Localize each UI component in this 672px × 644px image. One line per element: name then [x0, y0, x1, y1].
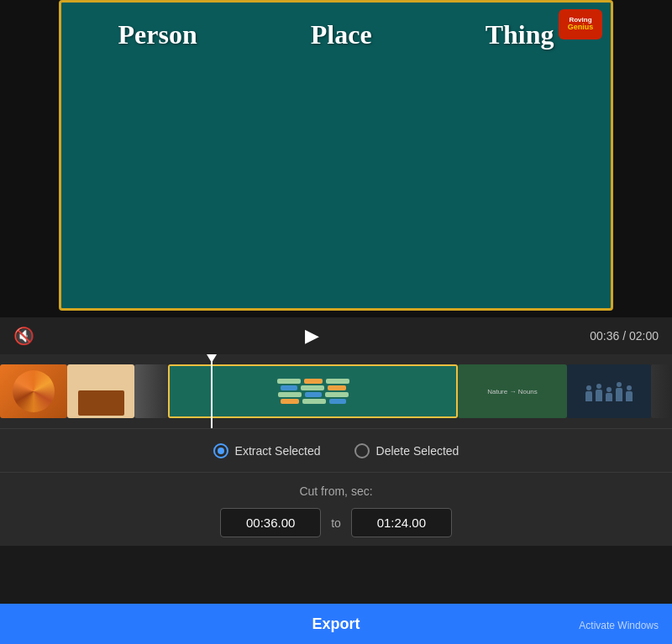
export-bar[interactable]: Export Activate Windows [0, 604, 672, 644]
play-button[interactable]: ▶ [299, 322, 326, 349]
silhouette-person-4 [616, 382, 622, 401]
delete-label: Delete Selected [376, 444, 459, 458]
timeline-thumb-silhouette[interactable] [567, 364, 651, 418]
time-display: 00:36 / 02:00 [590, 329, 659, 343]
extract-radio[interactable] [213, 443, 228, 458]
desk-shape [78, 390, 124, 416]
silhouette-person-2 [596, 384, 602, 401]
video-word-place: Place [311, 19, 372, 50]
video-word-thing: Thing [486, 19, 554, 50]
activate-windows-text: Activate Windows [579, 620, 659, 631]
timeline-thumb-1[interactable] [0, 364, 67, 418]
watermark-badge: Roving Genius [559, 9, 602, 39]
watermark-line2: Genius [568, 24, 594, 32]
thumb-selected-inner [170, 366, 456, 416]
video-frame: Roving Genius Person Place Thing [59, 0, 613, 311]
to-label: to [331, 516, 341, 530]
video-preview-area: Roving Genius Person Place Thing [0, 0, 672, 317]
silhouette-person-5 [626, 385, 633, 401]
nature-thumb-text: Nature → Nouns [487, 388, 538, 395]
cut-from-section: Cut from, sec: to [0, 472, 672, 546]
extract-label: Extract Selected [235, 444, 321, 458]
timeline-scrubber[interactable] [211, 354, 213, 428]
mute-button[interactable]: 🔇 [13, 326, 34, 346]
timeline-thumb-3[interactable] [134, 364, 168, 418]
timeline-thumb-right[interactable] [651, 364, 672, 418]
silhouette-group [585, 382, 633, 401]
cut-inputs: to [220, 508, 452, 537]
cut-from-label: Cut from, sec: [299, 484, 372, 498]
delete-radio[interactable] [354, 443, 370, 458]
export-label: Export [0, 615, 672, 633]
timeline-track: Nature → Nouns [0, 354, 672, 428]
video-word-person: Person [118, 19, 197, 50]
silhouette-person-3 [606, 387, 612, 401]
cut-from-input[interactable] [220, 508, 321, 537]
cut-to-input[interactable] [351, 508, 452, 537]
extract-selected-option[interactable]: Extract Selected [213, 443, 321, 458]
thumb-circle [13, 370, 55, 412]
timeline-thumb-2[interactable] [67, 364, 134, 418]
silhouette-person-1 [585, 385, 592, 401]
timeline-thumb-nature[interactable]: Nature → Nouns [458, 364, 567, 418]
timeline-container[interactable]: Nature → Nouns [0, 354, 672, 428]
controls-bar: 🔇 ▶ 00:36 / 02:00 [0, 317, 672, 354]
selection-options: Extract Selected Delete Selected [0, 428, 672, 472]
mini-slide-content [170, 366, 456, 416]
delete-selected-option[interactable]: Delete Selected [354, 443, 459, 458]
